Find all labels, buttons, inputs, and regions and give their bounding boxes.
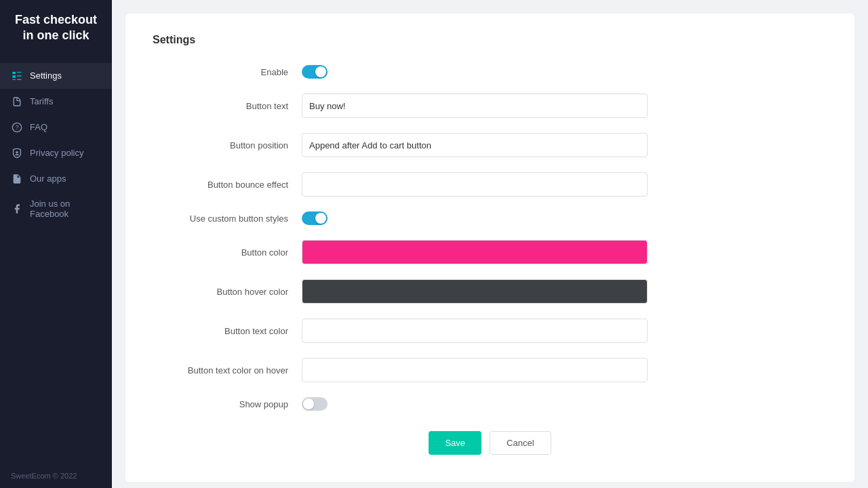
sidebar-item-facebook[interactable]: Join us on Facebook <box>0 192 112 226</box>
tariffs-icon <box>11 96 23 108</box>
svg-rect-0 <box>12 72 16 74</box>
show-popup-toggle[interactable] <box>302 397 328 411</box>
sidebar-footer: SweetEcom © 2022 <box>0 464 112 488</box>
svg-rect-5 <box>17 79 22 79</box>
use-custom-toggle-track[interactable] <box>302 211 328 225</box>
privacy-icon <box>11 147 23 159</box>
sidebar-item-privacy-label: Privacy policy <box>30 148 83 158</box>
show-popup-control <box>302 397 827 411</box>
button-text-color-label: Button text color <box>153 326 302 336</box>
enable-toggle[interactable] <box>302 65 328 79</box>
button-text-hover-label: Button text color on hover <box>153 365 302 375</box>
use-custom-label: Use custom button styles <box>153 214 302 224</box>
use-custom-control <box>302 211 827 225</box>
sidebar-item-ourapps-label: Our apps <box>30 174 66 184</box>
main-content: Settings Enable Button text <box>112 0 868 488</box>
sidebar-item-facebook-label: Join us on Facebook <box>30 199 101 219</box>
button-text-hover-row: Button text color on hover <box>153 358 827 382</box>
button-position-row: Button position <box>153 133 827 157</box>
svg-rect-3 <box>17 72 22 73</box>
save-button[interactable]: Save <box>429 431 481 455</box>
use-custom-row: Use custom button styles <box>153 211 827 225</box>
apps-icon <box>11 173 23 185</box>
button-text-label: Button text <box>153 101 302 111</box>
enable-label: Enable <box>153 67 302 77</box>
sidebar-item-faq[interactable]: ? FAQ <box>0 115 112 140</box>
sidebar-item-tariffs-label: Tariffs <box>30 96 53 106</box>
facebook-icon <box>11 203 23 215</box>
sidebar-item-tariffs[interactable]: Tariffs <box>0 89 112 115</box>
button-text-color-control <box>302 319 827 343</box>
svg-rect-1 <box>12 75 16 77</box>
show-popup-toggle-thumb <box>303 399 314 409</box>
button-text-input[interactable] <box>302 94 648 118</box>
button-color-control <box>302 240 827 264</box>
button-text-color-input[interactable] <box>302 319 648 343</box>
show-popup-label: Show popup <box>153 399 302 409</box>
sidebar-nav: Settings Tariffs ? FAQ Privacy policy <box>0 58 112 464</box>
cancel-button[interactable]: Cancel <box>490 431 551 455</box>
button-hover-color-label: Button hover color <box>153 287 302 297</box>
enable-row: Enable <box>153 65 827 79</box>
svg-rect-4 <box>17 75 22 76</box>
button-bounce-row: Button bounce effect <box>153 172 827 197</box>
use-custom-toggle[interactable] <box>302 211 328 225</box>
button-text-hover-control <box>302 358 827 382</box>
button-bounce-control <box>302 172 827 197</box>
button-bounce-input[interactable] <box>302 172 648 197</box>
button-hover-color-swatch[interactable] <box>302 279 648 304</box>
button-position-label: Button position <box>153 140 302 150</box>
button-position-input[interactable] <box>302 133 648 157</box>
action-buttons: Save Cancel <box>153 431 827 455</box>
button-hover-color-control <box>302 279 827 304</box>
button-bounce-label: Button bounce effect <box>153 180 302 190</box>
settings-icon <box>11 70 23 82</box>
button-color-row: Button color <box>153 240 827 264</box>
button-hover-color-row: Button hover color <box>153 279 827 304</box>
app-logo: Fast checkout in one click <box>0 0 112 58</box>
use-custom-toggle-wrapper <box>302 211 827 225</box>
sidebar: Fast checkout in one click Settings Tari… <box>0 0 112 488</box>
faq-icon: ? <box>11 121 23 134</box>
svg-text:?: ? <box>15 124 18 131</box>
button-text-control <box>302 94 827 118</box>
show-popup-toggle-track[interactable] <box>302 397 328 411</box>
button-text-row: Button text <box>153 94 827 118</box>
button-color-swatch[interactable] <box>302 240 648 264</box>
sidebar-item-faq-label: FAQ <box>30 122 47 132</box>
show-popup-toggle-wrapper <box>302 397 827 411</box>
sidebar-item-privacy[interactable]: Privacy policy <box>0 140 112 166</box>
enable-toggle-track[interactable] <box>302 65 328 79</box>
use-custom-toggle-thumb <box>315 213 326 224</box>
settings-card: Settings Enable Button text <box>125 14 854 482</box>
enable-toggle-wrapper <box>302 65 827 79</box>
button-text-color-row: Button text color <box>153 319 827 343</box>
page-title: Settings <box>153 34 827 46</box>
enable-control <box>302 65 827 79</box>
button-position-control <box>302 133 827 157</box>
button-color-label: Button color <box>153 247 302 258</box>
sidebar-item-settings[interactable]: Settings <box>0 63 112 89</box>
sidebar-item-ourapps[interactable]: Our apps <box>0 166 112 192</box>
sidebar-item-settings-label: Settings <box>30 70 62 81</box>
button-text-hover-input[interactable] <box>302 358 648 382</box>
enable-toggle-thumb <box>315 66 326 77</box>
show-popup-row: Show popup <box>153 397 827 411</box>
svg-rect-2 <box>12 79 16 79</box>
svg-point-8 <box>16 151 18 153</box>
